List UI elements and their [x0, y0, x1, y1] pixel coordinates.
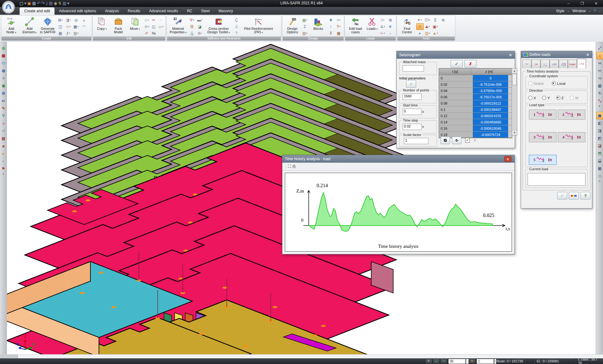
- table-row[interactable]: 0.08-0.000118112: [439, 100, 512, 106]
- ribbon-small-icon[interactable]: Ŧ▾: [335, 24, 342, 30]
- cancel-button[interactable]: ✗: [464, 60, 476, 68]
- ribbon-button-blocks[interactable]: Blocks: [309, 16, 328, 36]
- flashlight-icon[interactable]: ▸: [0, 150, 7, 157]
- ribbon-small-icon[interactable]: ⫮: [327, 24, 334, 30]
- scroll-thumb[interactable]: [512, 74, 517, 85]
- tab-results[interactable]: Results: [123, 8, 145, 15]
- zoom-table-icon[interactable]: ⌕: [474, 137, 476, 143]
- number-of-points-input[interactable]: 1560: [403, 94, 421, 100]
- ribbon-small-icon[interactable]: ▬▾: [196, 17, 203, 23]
- apply-button[interactable]: ✓: [451, 60, 463, 68]
- plate-load-tab[interactable]: ↓▱: [550, 60, 559, 68]
- minimize-button[interactable]: –: [562, 0, 575, 7]
- ribbon-small-icon[interactable]: №: [150, 30, 157, 36]
- ribbon-small-icon[interactable]: ◫: [57, 24, 64, 30]
- select-target-icon[interactable]: ◉: [0, 82, 7, 90]
- ribbon-small-icon[interactable]: ⍑: [233, 30, 240, 36]
- scale-factor-input[interactable]: 1: [404, 138, 428, 144]
- ribbon-small-icon[interactable]: ◍: [73, 17, 79, 23]
- solid-load-tab[interactable]: ↓◳: [559, 60, 568, 68]
- table-row[interactable]: 0.1-0.000198407: [439, 106, 512, 113]
- ribbon-small-icon[interactable]: ▲▾: [432, 30, 439, 36]
- ribbon-small-icon[interactable]: ⇊▾: [379, 24, 386, 30]
- design-mode-button[interactable]: ⚒: [469, 359, 475, 364]
- help-button[interactable]: ?: [580, 192, 590, 199]
- ribbon-small-icon[interactable]: ▤▾: [302, 30, 308, 36]
- select-vstrips-icon[interactable]: ◍: [0, 67, 7, 74]
- cube-back-icon[interactable]: ⬓: [597, 157, 603, 165]
- direction-x[interactable]: X: [528, 95, 536, 101]
- ribbon-small-icon[interactable]: ⊞▾: [57, 17, 64, 23]
- tab-create-and-edit[interactable]: Create and edit: [19, 7, 55, 15]
- legend-strip-button[interactable]: [569, 192, 579, 199]
- direction-w[interactable]: W: [570, 95, 578, 101]
- ribbon-button-generate-in-sapfir[interactable]: Generatein SAPFIR: [39, 16, 57, 36]
- ribbon-small-icon[interactable]: Ç: [233, 17, 240, 23]
- app-logo[interactable]: [2, 0, 15, 14]
- grid-plane-icon[interactable]: ▦: [597, 82, 603, 90]
- close-icon[interactable]: ✕: [586, 52, 589, 57]
- table-row[interactable]: 0.14-0.000456665: [439, 119, 512, 125]
- select-hstrips-icon[interactable]: ≡: [0, 74, 7, 82]
- load-type-1-button[interactable]: 1Dt: [529, 110, 557, 120]
- seismogram-titlebar[interactable]: Seismogram ✕: [397, 51, 515, 59]
- ribbon-button-loads[interactable]: Loads ▾: [365, 16, 379, 36]
- cut-load-tab[interactable]: ✂: [522, 60, 531, 68]
- ribbon-button-move[interactable]: Move ▾: [127, 16, 143, 36]
- cube-bottom-icon[interactable]: ▣: [597, 165, 603, 172]
- line-load-tab[interactable]: ↓_: [541, 60, 550, 68]
- ribbon-small-icon[interactable]: ⚓: [188, 30, 195, 36]
- table-row[interactable]: 0.02-9.75114e-006: [439, 81, 512, 88]
- toolbar-expand-icon[interactable]: ▸: [596, 180, 603, 182]
- rotate-z-icon[interactable]: ↻: [597, 90, 603, 97]
- length-icon[interactable]: L: [0, 157, 7, 165]
- restore-button[interactable]: ❐: [575, 0, 589, 7]
- define-loads-titlebar[interactable]: Define loads ✕: [521, 51, 592, 58]
- time-history-tab[interactable]: ↓∿t: [577, 59, 586, 68]
- coordinate-global[interactable]: Global: [528, 80, 544, 86]
- horizontal-scrollbar[interactable]: [0, 354, 603, 359]
- ribbon-small-icon[interactable]: ⫚▾: [196, 30, 203, 36]
- ribbon-small-icon[interactable]: ▥▾: [424, 30, 431, 36]
- ribbon-button-design-options[interactable]: DesignOptions: [283, 16, 302, 36]
- ribbon-small-icon[interactable]: ◠: [80, 24, 87, 30]
- ribbon-small-icon[interactable]: ◇▾: [143, 17, 150, 23]
- xy-plane-icon[interactable]: XY: [597, 67, 603, 74]
- flag-edit-icon[interactable]: ⚑: [0, 165, 7, 172]
- menu-style[interactable]: Style: [554, 8, 566, 14]
- home-view-icon[interactable]: ⌂: [596, 52, 603, 59]
- table-row[interactable]: 0.16-0.000610045: [439, 125, 512, 132]
- ribbon-button-material-properties[interactable]: EIMaterialProperties ▾: [168, 16, 188, 36]
- ribbon-small-icon[interactable]: ▨▾: [73, 30, 79, 36]
- time-step-input[interactable]: 0.02: [403, 124, 421, 130]
- toolbar-expand-icon[interactable]: ▸: [596, 105, 603, 107]
- ribbon-small-icon[interactable]: ⊹▾: [65, 24, 72, 30]
- ribbon-small-icon[interactable]: ▣▾: [432, 24, 439, 30]
- ribbon-small-icon[interactable]: ⧉: [387, 17, 394, 23]
- toolbar-expand-icon[interactable]: ▸: [0, 172, 7, 175]
- yz-plane-icon[interactable]: YZ: [597, 74, 603, 82]
- coordinate-local[interactable]: Local: [552, 80, 565, 86]
- tab-advanced-results[interactable]: Advanced results: [145, 8, 182, 15]
- ribbon-button-edit-load-cases[interactable]: №Edit loadcases: [346, 16, 365, 36]
- next-loadcase-button[interactable]: ▼: [440, 359, 447, 364]
- rotate-select-icon[interactable]: ↺: [0, 127, 7, 135]
- ribbon-small-icon[interactable]: ◨▾: [65, 17, 72, 23]
- iso-view-icon[interactable]: ⤢: [597, 44, 603, 52]
- edit-loadcase-button[interactable]: ✎: [425, 359, 432, 364]
- ribbon-button-add-node[interactable]: X,Y,ZAddNode ▾: [2, 16, 20, 36]
- cube-right-icon[interactable]: ⬒: [597, 149, 603, 157]
- close-icon[interactable]: ✕: [509, 53, 512, 57]
- ribbon-small-icon[interactable]: ⑵▾: [424, 17, 431, 23]
- ribbon-small-icon[interactable]: ✁▾: [379, 30, 386, 36]
- cube-full-icon[interactable]: ◼: [596, 112, 603, 119]
- ribbon-small-icon[interactable]: ⧉: [440, 17, 447, 23]
- tab-masonry[interactable]: Masonry: [214, 8, 237, 15]
- ribbon-small-icon[interactable]: ▩▾: [302, 17, 308, 23]
- ribbon-small-icon[interactable]: ⌸: [233, 24, 240, 30]
- table-scrollbar[interactable]: ▲ ▼: [512, 68, 517, 135]
- paste-table-button[interactable]: ⎀: [452, 137, 461, 144]
- time-history-titlebar[interactable]: Time history analysis - load x: [282, 155, 514, 163]
- menu-?[interactable]: ?: [592, 8, 598, 14]
- start-time-input[interactable]: 0: [403, 109, 421, 115]
